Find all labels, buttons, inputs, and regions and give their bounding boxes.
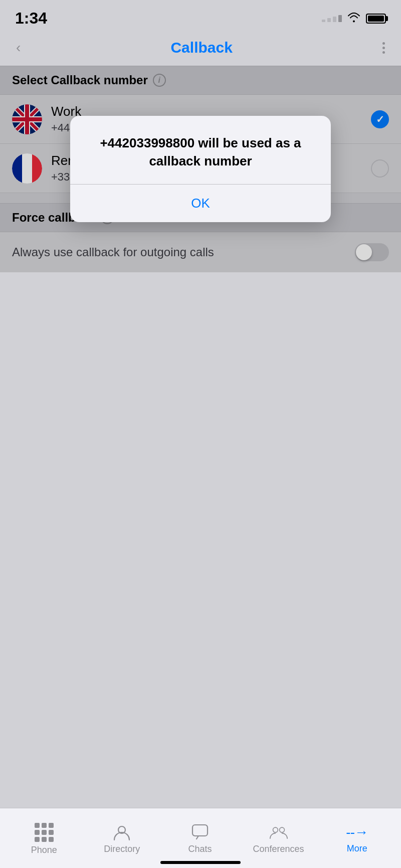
tab-chats-label: Chats <box>188 844 212 854</box>
page-title: Callback <box>170 39 232 56</box>
directory-icon <box>113 824 130 841</box>
chats-icon <box>191 824 209 841</box>
signal-icon <box>322 15 342 22</box>
tab-conferences-label: Conferences <box>253 844 304 854</box>
nav-bar: ‹ Callback <box>0 33 401 66</box>
tab-directory-label: Directory <box>104 844 140 854</box>
status-time: 1:34 <box>15 9 47 28</box>
svg-point-17 <box>279 827 284 832</box>
status-icons <box>322 12 386 26</box>
tab-conferences[interactable]: Conferences <box>253 824 304 854</box>
callback-dialog: +442033998800 will be used as a callback… <box>70 116 331 223</box>
content-area: Select Callback number i <box>0 66 401 272</box>
status-bar: 1:34 <box>0 0 401 33</box>
tab-chats[interactable]: Chats <box>175 824 225 854</box>
back-button[interactable]: ‹ <box>12 38 25 58</box>
dialog-message: +442033998800 will be used as a callback… <box>70 116 331 185</box>
svg-point-16 <box>273 827 278 832</box>
tab-phone-label: Phone <box>31 845 57 855</box>
wifi-icon <box>347 12 361 26</box>
svg-rect-15 <box>192 825 208 836</box>
more-icon: --→ <box>346 824 368 840</box>
phone-icon <box>35 823 54 842</box>
tab-directory[interactable]: Directory <box>97 824 147 854</box>
conferences-icon <box>270 824 288 841</box>
home-indicator <box>160 861 241 864</box>
battery-icon <box>366 14 386 24</box>
tab-bar: Phone Directory Chats Conferences --→ <box>0 808 401 868</box>
tab-more[interactable]: --→ More <box>332 824 382 854</box>
tab-more-label: More <box>347 843 367 854</box>
dialog-overlay: +442033998800 will be used as a callback… <box>0 66 401 272</box>
dialog-ok-button[interactable]: OK <box>70 185 331 222</box>
tab-phone[interactable]: Phone <box>19 823 69 855</box>
more-menu-button[interactable] <box>378 40 389 56</box>
